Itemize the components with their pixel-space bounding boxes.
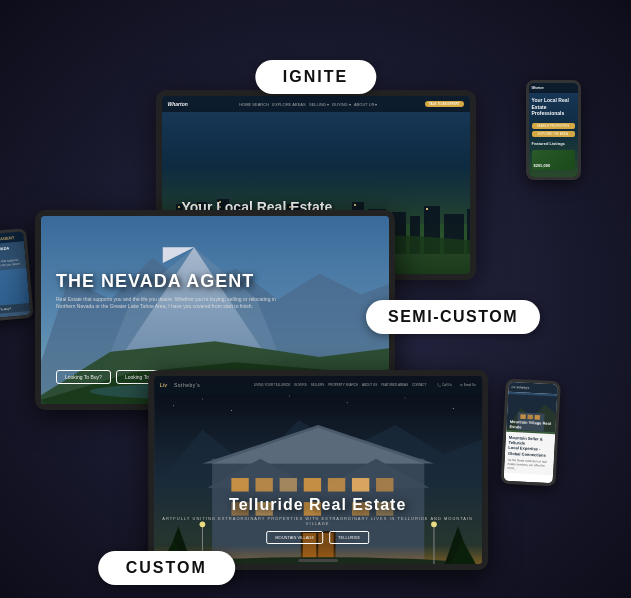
custom-nav-living: LIVING YOUR TELLURIDE [254,383,291,387]
svg-point-38 [201,398,202,399]
custom-nav-liv: Liv [160,382,167,388]
custom-hero-title: Telluride Real Estate [154,496,482,514]
ignite-phone-nav: Wharton [529,83,578,93]
semi-hero-title: THE NEVADA AGENT [56,271,254,292]
ignite-phone-explore-btn[interactable]: EXPLORE THE AREA [532,131,575,137]
semi-btn-buy[interactable]: Looking To Buy? [56,370,111,384]
svg-rect-56 [376,478,393,492]
custom-nav-contact: CONTACT [412,383,426,387]
svg-point-42 [404,397,405,398]
ignite-nav-links: HOME SEARCH EXPLORE AREAS SELLING ▾ BUYI… [196,102,421,107]
custom-nav-email: ✉ Email Us [460,383,476,387]
ignite-phone-featured-label: Featured Listings [529,139,578,148]
semi-phone-cta[interactable]: Looking To Buy? [0,303,30,315]
svg-point-37 [173,405,174,406]
custom-tablet-home [298,559,338,562]
custom-nav-about: ABOUT US [362,383,377,387]
svg-rect-53 [303,478,320,492]
svg-rect-25 [354,204,356,206]
custom-phone-content: Mountain Seller & Telluride Local Expert… [504,432,555,476]
custom-nav-sellers: SELLERS [311,383,325,387]
semi-phone-img [0,268,30,307]
custom-badge: CUSTOM [98,551,235,585]
custom-nav-featured: FEATURED AREAS [381,383,408,387]
svg-rect-54 [327,478,344,492]
svg-point-43 [452,408,453,409]
ignite-phone-hero-text: Your Local Real Estate Professionals [529,93,578,121]
custom-btns: MOUNTAIN VILLAGE TELLURIDE [154,531,482,544]
svg-rect-51 [255,478,272,492]
custom-tablet: Liv Sotheby's LIVING YOUR TELLURIDE BUYE… [148,370,488,570]
semi-custom-phone: NEVADA AGENT THE NEVADA AGENT Real Estat… [0,228,34,322]
custom-group: Liv Sotheby's LIVING YOUR TELLURIDE BUYE… [118,370,548,570]
ignite-nav-cta[interactable]: TALK TO AN EXPERT [425,101,464,107]
svg-rect-52 [279,478,296,492]
custom-phone-hero: Mountain Village Real Estate [506,392,557,435]
ignite-phone: Wharton Your Local Real Estate Professio… [526,80,581,180]
custom-nav-sothebys: Sotheby's [174,382,200,388]
custom-nav-search: PROPERTY SEARCH [328,383,358,387]
custom-hero-sub: ARTFULLY UNITING EXTRAORDINARY PROPERTIE… [154,516,482,526]
custom-nav-call: 📞 Call Us [437,383,452,387]
semi-custom-badge: SEMI-CUSTOM [366,300,540,334]
custom-nav-items: LIVING YOUR TELLURIDE BUYERS SELLERS PRO… [254,383,427,387]
custom-nav-contact-icons: 📞 Call Us ✉ Email Us [437,383,475,387]
ignite-badge: IGNITE [255,60,376,94]
custom-phone-heading2: Local Expertise - Global Connections [507,445,550,458]
custom-phone: Liv Sotheby's Mountain Village Real Esta… [500,379,560,487]
main-container: IGNITE Wharton HOME SEARCH EXPLORE AREAS… [0,0,631,598]
ignite-nav-logo: Wharton [168,101,188,107]
svg-rect-19 [178,206,180,208]
ignite-phone-search-btn[interactable]: SEARCH PROPERTIES [532,123,575,129]
custom-phone-text: As the finest collection of real estate … [507,458,551,473]
custom-nav: Liv Sotheby's LIVING YOUR TELLURIDE BUYE… [154,376,482,394]
svg-point-41 [346,402,347,403]
custom-btn-mountain[interactable]: MOUNTAIN VILLAGE [266,531,323,544]
custom-nav-buyers: BUYERS [294,383,306,387]
svg-point-40 [288,396,289,397]
semi-hero-sub: Real Estate that supports you and the li… [56,296,276,310]
semi-phone-sub: Real Estate that supports you and the li… [0,257,26,269]
custom-phone-logo: Liv Sotheby's [511,385,529,390]
svg-rect-55 [351,478,368,492]
svg-rect-50 [231,478,248,492]
custom-btn-telluride[interactable]: TELLURIDE [329,531,369,544]
ignite-phone-price: $265,000 [534,163,551,168]
svg-point-39 [230,410,231,411]
